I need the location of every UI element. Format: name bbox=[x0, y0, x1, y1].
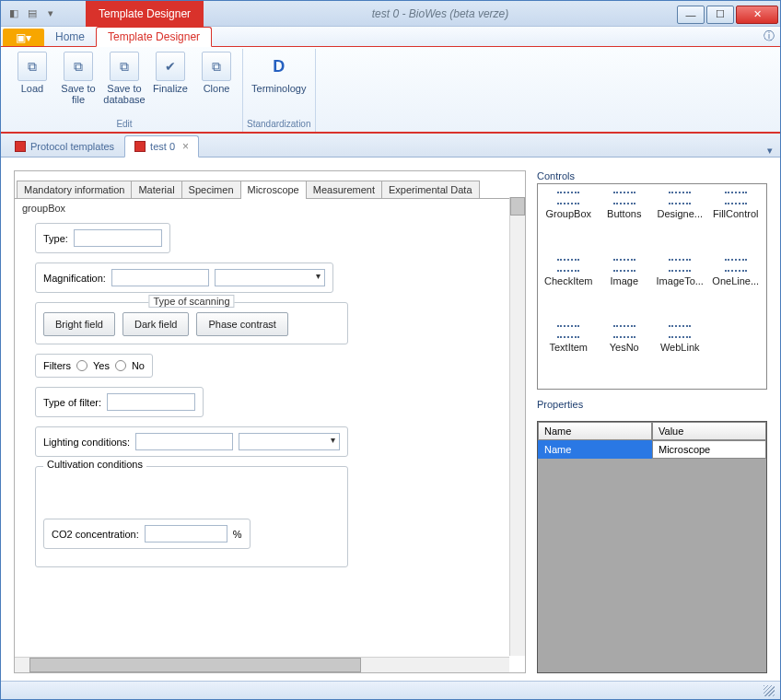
terminology-button[interactable]: DTerminology bbox=[248, 49, 310, 117]
resize-grip[interactable] bbox=[764, 685, 775, 696]
window-buttons: — ☐ ✕ bbox=[677, 4, 780, 24]
filter-type-label: Type of filter: bbox=[43, 397, 101, 408]
v-scroll-thumb[interactable] bbox=[510, 197, 525, 216]
maximize-button[interactable]: ☐ bbox=[706, 6, 734, 24]
filters-yes-label: Yes bbox=[93, 360, 110, 371]
form-tab-measurement[interactable]: Measurement bbox=[306, 181, 382, 198]
co2-box[interactable]: CO2 concentration: % bbox=[43, 519, 251, 549]
form-icon bbox=[15, 141, 26, 152]
form-tabs: Mandatory information Material Specimen … bbox=[15, 181, 525, 199]
form-tab-material[interactable]: Material bbox=[131, 181, 181, 198]
quick-access-toolbar: ◧ ▤ ▾ bbox=[6, 6, 58, 21]
save-to-database-button[interactable]: ⧉Save to database bbox=[102, 49, 146, 117]
qat-dropdown[interactable]: ▾ bbox=[43, 6, 58, 21]
filter-type-box[interactable]: Type of filter: bbox=[35, 387, 204, 417]
form-tab-experimental[interactable]: Experimental Data bbox=[381, 181, 480, 198]
app-window: ◧ ▤ ▾ Template Designer test 0 - BioWes … bbox=[0, 0, 781, 700]
controls-panel: GroupBox Buttons Designe... FillControl … bbox=[537, 183, 767, 390]
co2-label: CO2 concentration: bbox=[52, 529, 139, 540]
control-buttons[interactable]: Buttons bbox=[598, 192, 652, 248]
prop-name-cell: Name bbox=[538, 440, 652, 459]
document-tabs: Protocol templates test 0× ▾ bbox=[1, 134, 780, 158]
control-weblink[interactable]: WebLink bbox=[653, 325, 707, 381]
form-tab-specimen[interactable]: Specimen bbox=[181, 181, 241, 198]
ribbon-group-standardization: DTerminology Standardization bbox=[243, 49, 316, 132]
control-designer[interactable]: Designe... bbox=[653, 192, 707, 248]
control-oneline[interactable]: OneLine... bbox=[709, 259, 764, 315]
window-title: test 0 - BioWes (beta verze) bbox=[204, 7, 677, 20]
doc-tab-test0[interactable]: test 0× bbox=[124, 135, 199, 158]
control-fillcontrol[interactable]: FillControl bbox=[709, 192, 764, 248]
ribbon-group-edit: ⧉Load ⧉Save to file ⧉Save to database ✔F… bbox=[6, 49, 243, 132]
form-tab-microscope[interactable]: Microscope bbox=[240, 181, 307, 199]
horizontal-scrollbar[interactable] bbox=[15, 657, 509, 672]
prop-header-name[interactable]: Name bbox=[538, 422, 652, 440]
cultivation-group[interactable]: Cultivation conditions CO2 concentration… bbox=[35, 466, 348, 567]
properties-panel-label: Properties bbox=[537, 399, 767, 410]
ribbon-group-std-label: Standardization bbox=[247, 117, 311, 132]
filters-box[interactable]: Filters Yes No bbox=[35, 354, 153, 378]
type-label: Type: bbox=[43, 233, 68, 244]
close-button[interactable]: ✕ bbox=[736, 6, 778, 24]
control-image[interactable]: Image bbox=[598, 259, 652, 315]
type-of-scanning-group[interactable]: Type of scanning Bright field Dark field… bbox=[35, 302, 348, 344]
co2-input[interactable] bbox=[145, 525, 227, 542]
control-textitem[interactable]: TextItem bbox=[542, 325, 596, 381]
load-button[interactable]: ⧉Load bbox=[10, 49, 54, 117]
finalize-button[interactable]: ✔Finalize bbox=[148, 49, 192, 117]
properties-panel: Name Value Name Microscope bbox=[537, 421, 767, 673]
co2-unit: % bbox=[233, 529, 242, 540]
tab-home[interactable]: Home bbox=[44, 27, 96, 46]
filter-type-input[interactable] bbox=[107, 393, 195, 411]
close-tab-icon[interactable]: × bbox=[182, 140, 189, 153]
filters-yes-radio[interactable] bbox=[76, 360, 87, 371]
side-panels: Controls GroupBox Buttons Designe... Fil… bbox=[537, 170, 767, 673]
titlebar: ◧ ▤ ▾ Template Designer test 0 - BioWes … bbox=[1, 1, 780, 27]
h-scroll-thumb[interactable] bbox=[29, 658, 361, 672]
magnification-input[interactable] bbox=[111, 269, 209, 286]
file-menu-button[interactable]: ▣▾ bbox=[3, 29, 44, 46]
control-checkitem[interactable]: CheckItem bbox=[542, 259, 596, 315]
clone-button[interactable]: ⧉Clone bbox=[194, 49, 239, 117]
form-tab-mandatory[interactable]: Mandatory information bbox=[17, 181, 132, 198]
filters-no-label: No bbox=[132, 360, 145, 371]
filters-label: Filters bbox=[43, 360, 71, 371]
form-icon bbox=[134, 141, 146, 152]
ribbon: ⧉Load ⧉Save to file ⧉Save to database ✔F… bbox=[1, 47, 780, 134]
doc-tab-protocol-templates[interactable]: Protocol templates bbox=[5, 136, 124, 157]
prop-value-cell[interactable]: Microscope bbox=[652, 440, 766, 459]
ribbon-tabs: ▣▾ Home Template Designer ⓘ bbox=[1, 27, 780, 47]
minimize-button[interactable]: — bbox=[677, 6, 705, 24]
save-to-file-button[interactable]: ⧉Save to file bbox=[56, 49, 100, 117]
contextual-tab-title: Template Designer bbox=[86, 1, 204, 27]
control-yesno[interactable]: YesNo bbox=[598, 325, 652, 381]
control-imageto[interactable]: ImageTo... bbox=[653, 259, 707, 315]
magnification-label: Magnification: bbox=[43, 273, 106, 284]
cultivation-legend: Cultivation conditions bbox=[43, 459, 146, 470]
lighting-select[interactable] bbox=[239, 433, 340, 450]
scanning-legend: Type of scanning bbox=[148, 295, 234, 308]
lighting-box[interactable]: Lighting conditions: bbox=[35, 426, 348, 457]
control-groupbox[interactable]: GroupBox bbox=[542, 192, 596, 248]
properties-header: Name Value bbox=[538, 422, 766, 440]
doc-tabs-dropdown[interactable]: ▾ bbox=[764, 141, 776, 157]
dark-field-button[interactable]: Dark field bbox=[122, 312, 189, 336]
vertical-scrollbar[interactable] bbox=[509, 197, 525, 656]
magnification-field-box[interactable]: Magnification: bbox=[35, 262, 333, 293]
magnification-select[interactable] bbox=[215, 269, 325, 286]
tab-template-designer[interactable]: Template Designer bbox=[96, 27, 212, 47]
qat-button-1[interactable]: ◧ bbox=[6, 6, 21, 21]
filters-no-radio[interactable] bbox=[115, 360, 126, 371]
lighting-label: Lighting conditions: bbox=[43, 437, 130, 448]
type-input[interactable] bbox=[74, 229, 162, 247]
prop-header-value[interactable]: Value bbox=[652, 422, 766, 440]
type-field-box[interactable]: Type: bbox=[35, 223, 170, 253]
phase-contrast-button[interactable]: Phase contrast bbox=[196, 312, 287, 336]
help-button[interactable]: ⓘ bbox=[764, 29, 780, 44]
designer-body: groupBox Type: Magnification: Type of sc… bbox=[15, 199, 525, 672]
designer-surface: Mandatory information Material Specimen … bbox=[14, 170, 526, 673]
qat-button-2[interactable]: ▤ bbox=[25, 6, 40, 21]
lighting-input[interactable] bbox=[135, 433, 233, 450]
property-row-name[interactable]: Name Microscope bbox=[538, 440, 766, 459]
bright-field-button[interactable]: Bright field bbox=[43, 312, 115, 336]
